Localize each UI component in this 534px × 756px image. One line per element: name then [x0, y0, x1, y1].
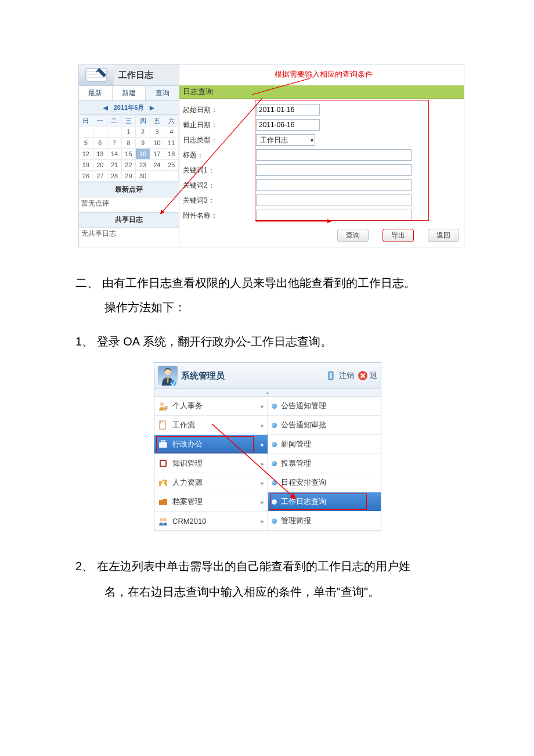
calendar-day[interactable]: 19 [79, 160, 93, 171]
calendar-day[interactable]: 5 [79, 138, 93, 149]
nav-right-item[interactable]: 新闻管理 [268, 435, 381, 454]
calendar-day[interactable]: 13 [93, 149, 108, 160]
query-button[interactable]: 查询 [337, 229, 369, 242]
start-date-input[interactable] [256, 104, 320, 116]
calendar-day[interactable]: 12 [79, 149, 93, 160]
collapse-handle[interactable]: ▲ [154, 389, 381, 397]
nav-left-item[interactable]: 行政办公▸ [154, 435, 268, 454]
chevron-down-icon: ▾ [311, 137, 313, 143]
nav-right-item[interactable]: 工作日志查询 [268, 492, 381, 512]
calendar-day[interactable]: 29 [122, 171, 136, 182]
calendar-day[interactable]: 23 [136, 160, 150, 171]
nav-item-label: 公告通知管理 [281, 401, 326, 411]
nav-left-item[interactable]: 个人事务▸ [154, 397, 268, 416]
calendar-day[interactable]: 11 [164, 138, 179, 149]
avatar-icon [158, 366, 178, 386]
tab-new[interactable]: 新建 [113, 86, 146, 100]
right-pane: 日志查询 起始日期： 截止日期： 日志类型： 工作日志▾ 标题： 关键词1： 关… [179, 64, 464, 247]
keyword1-input[interactable] [256, 164, 412, 176]
calendar-day[interactable]: 15 [122, 149, 136, 160]
logout-button[interactable]: 注销 [327, 370, 354, 381]
nav-menu-screenshot-wrap: 系统管理员 注销 退 ▲ 个人事务▸工作流▸行政办公▸知识管理▸人力资源▸档案管… [154, 362, 380, 531]
nav-item-label: 日程安排查询 [281, 477, 326, 488]
calendar-day[interactable]: 2 [136, 127, 150, 138]
calendar-day[interactable]: 17 [150, 149, 165, 160]
prev-month-button[interactable]: ◀ [103, 105, 108, 111]
section-subtext: 操作方法如下： [75, 295, 459, 319]
close-icon [358, 370, 368, 381]
calendar-day[interactable]: 4 [164, 127, 179, 138]
nav-right-item[interactable]: 管理简报 [268, 512, 381, 531]
bullet-icon [272, 461, 277, 466]
nav-item-label: 管理简报 [281, 516, 311, 526]
tab-query[interactable]: 查询 [146, 86, 179, 100]
keyword2-input[interactable] [256, 179, 412, 191]
exit-button[interactable]: 退 [358, 370, 377, 381]
title-input[interactable] [256, 149, 412, 161]
calendar-day[interactable]: 3 [150, 127, 165, 138]
nav-right-item[interactable]: 公告通知审批 [268, 416, 381, 435]
bullet-icon [272, 442, 277, 447]
user-bar: 系统管理员 注销 退 [154, 363, 381, 389]
calendar-day[interactable]: 28 [107, 171, 122, 182]
end-date-input[interactable] [256, 119, 320, 131]
calendar-day[interactable]: 30 [136, 171, 150, 182]
attachment-input[interactable] [256, 210, 412, 221]
svg-point-21 [162, 481, 164, 484]
calendar-day[interactable]: 27 [93, 171, 108, 182]
calendar-day [107, 127, 122, 138]
calendar-day[interactable]: 6 [93, 138, 108, 149]
calendar-day[interactable]: 16 [136, 149, 150, 160]
doc-icon [158, 420, 168, 430]
nav-left-item[interactable]: 知识管理▸ [154, 454, 268, 473]
calendar-day[interactable]: 18 [164, 149, 179, 160]
calendar-day[interactable]: 14 [107, 149, 122, 160]
calendar-day[interactable]: 24 [150, 160, 165, 171]
calendar-day[interactable]: 21 [107, 160, 122, 171]
step-2: 2、 在左边列表中单击需导出的自己能查看到的工作日志的用户姓 名，在右边日志查询… [75, 555, 459, 606]
nav-right-item[interactable]: 投票管理 [268, 454, 381, 473]
start-date-label: 起始日期： [183, 105, 256, 115]
nav-item-label: 行政办公 [172, 439, 203, 449]
svg-point-22 [160, 518, 163, 521]
calendar-dow: 一 [93, 116, 108, 127]
title-label: 标题： [183, 150, 256, 160]
nav-left-item[interactable]: 档案管理▸ [154, 492, 268, 512]
export-button[interactable]: 导出 [383, 229, 414, 242]
calendar-day[interactable]: 22 [122, 160, 136, 171]
calendar-day[interactable]: 1 [122, 127, 136, 138]
nav-item-label: 投票管理 [281, 458, 311, 469]
chevron-right-icon: ▸ [261, 499, 264, 505]
step-1: 1、 登录 OA 系统，翻开行政办公-工作日志查询。 [75, 330, 459, 353]
latest-comments-title: 最新点评 [79, 182, 179, 197]
tab-latest[interactable]: 最新 [79, 86, 113, 100]
chevron-right-icon: ▸ [261, 403, 264, 409]
svg-point-13 [160, 402, 164, 406]
svg-rect-17 [159, 442, 167, 448]
nav-left-item[interactable]: 工作流▸ [154, 416, 268, 435]
nav-right-item[interactable]: 公告通知管理 [268, 397, 381, 416]
nav-left-item[interactable]: CRM2010▸ [154, 512, 268, 531]
log-type-select[interactable]: 工作日志▾ [256, 134, 315, 146]
calendar-day[interactable]: 10 [150, 138, 165, 149]
back-button[interactable]: 返回 [428, 229, 459, 242]
nav-left-item[interactable]: 人力资源▸ [154, 473, 268, 492]
chevron-right-icon: ▸ [261, 480, 264, 486]
calendar-day[interactable]: 7 [107, 138, 122, 149]
calendar-day[interactable]: 9 [136, 138, 150, 149]
nav-right-item[interactable]: 日程安排查询 [268, 473, 381, 492]
calendar-day[interactable]: 20 [93, 160, 108, 171]
calendar-day[interactable]: 26 [79, 171, 93, 182]
next-month-button[interactable]: ▶ [150, 105, 154, 111]
svg-rect-20 [161, 461, 165, 466]
calendar-dow: 六 [164, 116, 179, 127]
nav-item-label: 工作日志查询 [281, 496, 326, 507]
bullet-icon [272, 404, 277, 409]
nav-right-column: 公告通知管理公告通知审批新闻管理投票管理日程安排查询工作日志查询管理简报 [268, 397, 381, 531]
calendar-day[interactable]: 8 [122, 138, 136, 149]
calendar-dow: 五 [150, 116, 165, 127]
nav-item-label: 个人事务 [172, 401, 203, 411]
calendar-day[interactable]: 25 [164, 160, 179, 171]
keyword3-input[interactable] [256, 195, 412, 206]
latest-comments-section: 最新点评 暂无点评 [79, 182, 179, 213]
